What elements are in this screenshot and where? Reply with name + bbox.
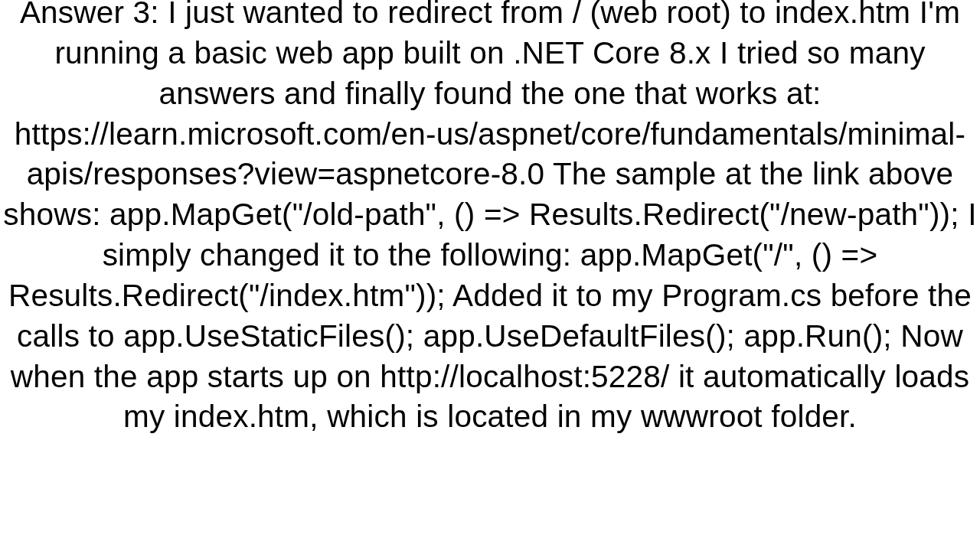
answer-text-block: Answer 3: I just wanted to redirect from… <box>0 0 980 543</box>
